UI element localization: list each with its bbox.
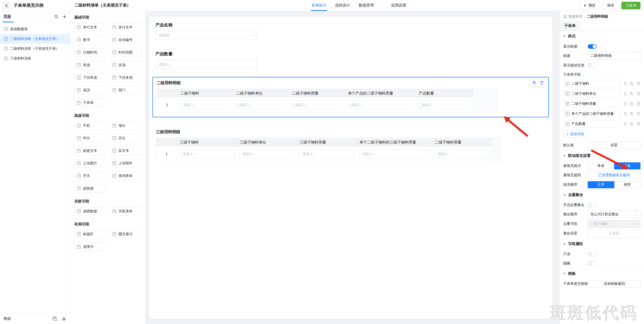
palette-field-number[interactable]: 数字: [74, 36, 106, 44]
copy-icon[interactable]: [532, 81, 536, 85]
palette-field-label-text[interactable]: 标签文本: [74, 147, 106, 155]
add-validation-rule-button[interactable]: 添加校验规则: [588, 280, 641, 288]
delete-icon[interactable]: [540, 81, 544, 85]
product-qty-input[interactable]: [155, 60, 257, 69]
field-material[interactable]: ≡二级子物料: [563, 80, 621, 87]
drag-handle-icon[interactable]: [624, 92, 627, 96]
copy-icon[interactable]: [630, 102, 634, 106]
page-item-base-table[interactable]: 基础数据表: [0, 24, 70, 34]
save-button[interactable]: 保存: [603, 2, 618, 9]
palette-field-phone[interactable]: 手机: [74, 121, 106, 130]
subform2-unit-input[interactable]: [236, 101, 287, 109]
palette-field-subform[interactable]: 子表单: [74, 99, 106, 107]
section-validation[interactable]: ▼校验: [560, 268, 644, 279]
product-name-select[interactable]: 请选择: [155, 31, 257, 40]
copy-icon[interactable]: [630, 82, 634, 86]
palette-field-query-form[interactable]: 查询表单: [110, 172, 142, 180]
database-add-icon[interactable]: [52, 316, 57, 321]
delete-icon[interactable]: [636, 102, 640, 106]
tab-subform[interactable]: 子表单: [560, 21, 580, 30]
fill-mode-single-option[interactable]: 单条: [588, 162, 614, 169]
delete-icon[interactable]: [636, 82, 640, 86]
palette-field-radio[interactable]: 单选: [74, 61, 106, 69]
collapse-panel-icon[interactable]: [61, 316, 66, 321]
tab-data-management[interactable]: 数据管理: [359, 0, 374, 11]
subform3-level2-usage-input[interactable]: [435, 150, 489, 158]
palette-field-related-form[interactable]: 关联表单: [110, 207, 142, 215]
show-desc-toggle[interactable]: [588, 63, 597, 68]
palette-field-checkbox[interactable]: 多选: [110, 61, 142, 69]
published-button[interactable]: 已发布: [621, 2, 640, 9]
copy-icon[interactable]: [630, 122, 634, 126]
section-style[interactable]: ▼样式: [560, 31, 644, 42]
palette-field-attachment-upload[interactable]: 上传附件: [110, 159, 142, 167]
palette-field-select-multi[interactable]: 下拉多选: [110, 73, 142, 82]
subform2-product-qty-input[interactable]: [419, 101, 470, 109]
palette-field-time-range[interactable]: 时间范围: [110, 48, 142, 57]
palette-field-address[interactable]: 地址: [110, 121, 142, 130]
aggregate-setting-button[interactable]: 已设置: [588, 230, 640, 237]
palette-field-title-bar[interactable]: 标题栏: [74, 230, 106, 238]
drag-handle-icon[interactable]: [624, 82, 627, 86]
page-item-level2-sub-fill[interactable]: 二级材料清单（子表填充子表）: [0, 44, 70, 54]
readonly-toggle[interactable]: [588, 252, 597, 256]
tab-flow-design[interactable]: 流程设计: [335, 0, 350, 11]
section-field-properties[interactable]: ▼字段属性: [560, 238, 644, 249]
palette-field-rich-text[interactable]: 富文本: [110, 147, 142, 155]
palette-field-tab-card[interactable]: 选项卡: [74, 243, 106, 251]
palette-field-hyperlink[interactable]: 超链接: [74, 184, 106, 193]
subform-level2-block[interactable]: 二级用料明细 二级子物料 二级子物料单位 二级子物料用量 单个产品的二级子物料用…: [152, 77, 549, 117]
field-per-product-usage[interactable]: 3单个产品的二级子物料用量: [563, 110, 621, 118]
field-material-usage[interactable]: 3二级子物料用量: [563, 100, 621, 108]
fill-mode-multiple-option[interactable]: 多条: [614, 162, 641, 169]
drag-handle-icon[interactable]: [624, 102, 627, 106]
search-icon[interactable]: [54, 15, 58, 19]
palette-field-select-data[interactable]: 选择数据: [74, 207, 106, 215]
delete-icon[interactable]: [636, 122, 640, 126]
drag-handle-icon[interactable]: [624, 122, 627, 126]
fill-order-asc-option[interactable]: 正序: [588, 181, 614, 188]
subform-title-input[interactable]: [588, 52, 640, 60]
palette-field-datetime[interactable]: 日期时间: [74, 48, 106, 57]
dedup-enable-toggle[interactable]: [588, 203, 597, 207]
drag-handle-icon[interactable]: [624, 112, 627, 116]
default-value-set-button[interactable]: 设置: [588, 142, 640, 149]
palette-field-image-upload[interactable]: 上传图片: [74, 159, 106, 167]
hidden-toggle[interactable]: [588, 261, 597, 266]
subform3-unit-input[interactable]: [240, 150, 294, 158]
show-title-toggle[interactable]: [588, 44, 597, 49]
page-item-level3-list[interactable]: 三级材料清单: [0, 54, 70, 63]
dedup-field-select[interactable]: 二级子物料: [588, 220, 640, 228]
breadcrumb-root[interactable]: 数据表单: [569, 14, 583, 19]
subform3-per-material-usage-input[interactable]: [359, 150, 430, 158]
subform3-material-input[interactable]: [180, 150, 234, 158]
palette-field-member[interactable]: 成员: [74, 86, 106, 94]
delete-icon[interactable]: [636, 92, 640, 96]
palette-field-location[interactable]: 定位: [110, 134, 142, 142]
palette-field-switch[interactable]: 开关: [74, 172, 106, 180]
subform-level3-block[interactable]: 三级用料明细 三级子物料 三级子物料单位 三级子物料用量 单个二级子物料的三级子…: [156, 129, 546, 161]
palette-field-select-single[interactable]: 下拉单选: [74, 73, 106, 82]
palette-field-rating[interactable]: 评分: [74, 134, 106, 142]
delete-icon[interactable]: [636, 112, 640, 116]
section-linkage-fill[interactable]: ▼联动填充设置: [560, 150, 644, 161]
back-button[interactable]: [3, 2, 11, 10]
add-field-button[interactable]: +添加字段: [563, 130, 587, 138]
subform3-usage-input[interactable]: [300, 150, 354, 158]
field-product-qty[interactable]: 3产品数量: [563, 120, 621, 128]
palette-field-multi-line-text[interactable]: 多行文本: [110, 23, 142, 31]
subform2-material-input[interactable]: [180, 101, 231, 109]
aggregate-order-select[interactable]: 先公式计算后聚合: [588, 211, 640, 218]
tab-form-design[interactable]: 表单设计: [311, 0, 327, 11]
fill-rule-button[interactable]: 已设置数据填充规则: [588, 171, 640, 179]
tab-pages[interactable]: 页面: [4, 11, 11, 22]
palette-field-image-text[interactable]: 图文展示: [110, 230, 142, 238]
subform2-usage-input[interactable]: [292, 101, 343, 109]
copy-icon[interactable]: [630, 92, 634, 96]
fill-order-desc-option[interactable]: 倒序: [614, 181, 641, 188]
subform2-per-product-usage-input[interactable]: [348, 101, 414, 109]
copy-icon[interactable]: [630, 112, 634, 116]
tab-app-settings[interactable]: 应用设置: [391, 0, 406, 11]
preview-button[interactable]: 预览: [579, 2, 600, 9]
palette-field-single-line-text[interactable]: 单行文本: [74, 23, 106, 31]
